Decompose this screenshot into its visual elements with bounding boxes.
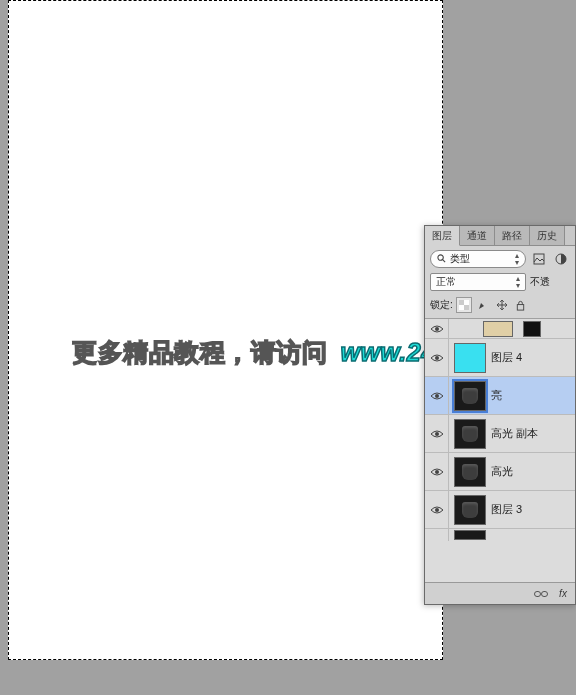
layers-panel: 图层 通道 路径 历史 类型 ▴▾ 正常 ▴▾ 不透 锁定: — [424, 225, 576, 605]
svg-point-11 — [435, 394, 439, 398]
layer-name-label[interactable]: 图层 4 — [491, 350, 522, 365]
tab-history[interactable]: 历史 — [530, 226, 565, 245]
layer-row[interactable]: 高光 副本 — [425, 415, 575, 453]
blend-row: 正常 ▴▾ 不透 — [425, 272, 575, 296]
panel-tabs: 图层 通道 路径 历史 — [425, 226, 575, 246]
visibility-toggle[interactable] — [425, 415, 449, 452]
layer-name-label[interactable]: 高光 — [491, 464, 513, 479]
layer-mask-thumbnail[interactable] — [523, 321, 541, 337]
filter-row: 类型 ▴▾ — [425, 246, 575, 272]
layer-row[interactable]: 图层 3 — [425, 491, 575, 529]
document-canvas[interactable] — [8, 0, 443, 660]
filter-image-icon[interactable] — [530, 250, 548, 268]
layer-row[interactable]: 高光 — [425, 453, 575, 491]
lock-row: 锁定: — [425, 296, 575, 318]
visibility-toggle[interactable] — [425, 319, 449, 338]
layer-thumbnail[interactable] — [454, 495, 486, 525]
link-layers-icon[interactable] — [533, 586, 549, 602]
layer-thumbnail[interactable] — [454, 419, 486, 449]
visibility-toggle[interactable] — [425, 453, 449, 490]
layer-name-label[interactable]: 图层 3 — [491, 502, 522, 517]
layer-row[interactable]: 图层 4 — [425, 339, 575, 377]
layer-thumbnail[interactable] — [483, 321, 513, 337]
tab-paths[interactable]: 路径 — [495, 226, 530, 245]
watermark-label: 更多精品教程，请访问 — [72, 338, 327, 366]
svg-rect-16 — [542, 591, 548, 596]
layer-thumbnail[interactable] — [454, 530, 486, 540]
lock-label: 锁定: — [430, 298, 453, 312]
lock-pixels-button[interactable] — [475, 297, 491, 313]
layer-thumbnail[interactable] — [454, 381, 486, 411]
layer-fx-button[interactable]: fx — [555, 586, 571, 602]
svg-rect-4 — [459, 300, 464, 305]
eye-icon — [430, 324, 444, 334]
layer-list: 图层 4 亮 高光 副本 高光 — [425, 318, 575, 582]
layer-name-label[interactable]: 亮 — [491, 388, 502, 403]
svg-point-10 — [435, 356, 439, 360]
opacity-label: 不透 — [530, 275, 550, 289]
svg-rect-7 — [459, 305, 464, 310]
lock-transparency-button[interactable] — [456, 297, 472, 313]
tab-layers[interactable]: 图层 — [425, 226, 460, 246]
layer-thumbnail[interactable] — [454, 343, 486, 373]
eye-icon — [430, 429, 444, 439]
filter-adjust-icon[interactable] — [552, 250, 570, 268]
visibility-toggle[interactable] — [425, 377, 449, 414]
svg-point-12 — [435, 432, 439, 436]
lock-position-button[interactable] — [494, 297, 510, 313]
visibility-toggle[interactable] — [425, 529, 449, 541]
svg-rect-6 — [464, 300, 469, 305]
layer-thumbnail[interactable] — [454, 457, 486, 487]
svg-line-1 — [443, 259, 445, 261]
svg-rect-5 — [464, 305, 469, 310]
layer-row[interactable]: 亮 — [425, 377, 575, 415]
eye-icon — [430, 467, 444, 477]
layer-filter-select[interactable]: 类型 ▴▾ — [430, 250, 526, 268]
layer-row[interactable] — [425, 529, 575, 541]
chevron-updown-icon: ▴▾ — [516, 275, 520, 289]
blend-mode-select[interactable]: 正常 ▴▾ — [430, 273, 526, 291]
layer-name-label[interactable]: 高光 副本 — [491, 426, 538, 441]
visibility-toggle[interactable] — [425, 339, 449, 376]
visibility-toggle[interactable] — [425, 491, 449, 528]
svg-point-13 — [435, 470, 439, 474]
search-icon — [437, 254, 446, 265]
svg-point-0 — [438, 254, 443, 259]
chevron-updown-icon: ▴▾ — [515, 252, 519, 266]
svg-rect-8 — [518, 304, 524, 310]
svg-rect-15 — [535, 591, 541, 596]
eye-icon — [430, 391, 444, 401]
blend-mode-value: 正常 — [436, 275, 456, 289]
svg-point-9 — [435, 327, 439, 331]
eye-icon — [430, 353, 444, 363]
panel-footer: fx — [425, 582, 575, 604]
svg-point-14 — [435, 508, 439, 512]
layer-row[interactable] — [425, 319, 575, 339]
filter-label: 类型 — [450, 252, 470, 266]
eye-icon — [430, 505, 444, 515]
lock-all-button[interactable] — [513, 297, 529, 313]
tab-channels[interactable]: 通道 — [460, 226, 495, 245]
